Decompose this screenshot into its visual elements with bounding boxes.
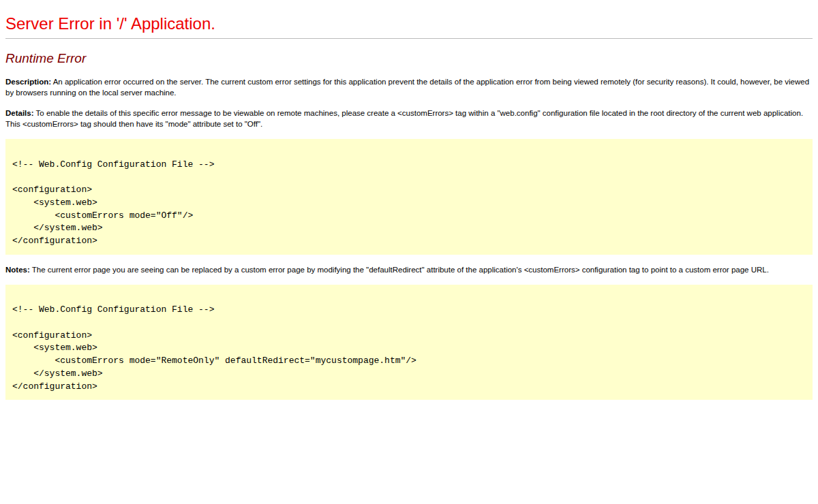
description-paragraph: Description: An application error occurr… [5,76,813,98]
code-customerrors-off: <!-- Web.Config Configuration File --> <… [12,146,806,248]
notes-paragraph: Notes: The current error page you are se… [5,264,813,275]
error-subtitle: Runtime Error [5,51,813,66]
title-divider [5,38,813,39]
notes-text: The current error page you are seeing ca… [32,266,769,274]
description-label: Description: [5,78,51,86]
error-page: Server Error in '/' Application. Runtime… [5,15,813,400]
code-customerrors-remoteonly: <!-- Web.Config Configuration File --> <… [12,292,806,394]
notes-label: Notes: [5,266,30,274]
details-label: Details: [5,109,34,117]
description-text: An application error occurred on the ser… [5,78,809,97]
details-text: To enable the details of this specific e… [5,109,803,128]
details-paragraph: Details: To enable the details of this s… [5,108,813,129]
code-sample-customerrors-off: <!-- Web.Config Configuration File --> <… [5,139,813,255]
code-sample-customerrors-remoteonly: <!-- Web.Config Configuration File --> <… [5,285,813,400]
page-title: Server Error in '/' Application. [5,15,813,33]
